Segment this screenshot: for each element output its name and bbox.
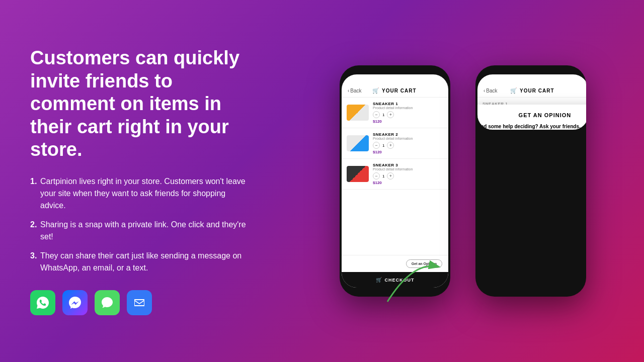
cart-item-2: SNEAKER 2 Product detail information − 1… (342, 128, 448, 159)
list-item-1: Cartpinion lives right in your store. Cu… (30, 175, 252, 212)
qty-minus-3[interactable]: − (373, 172, 380, 179)
left-panel: Customers can quickly invite friends to … (0, 27, 282, 335)
phone-1-header: ‹ Back 🛒 YOUR CART (342, 82, 448, 98)
qty-plus-1[interactable]: + (387, 111, 394, 118)
sneaker-1-img (347, 105, 369, 121)
phones-area: ‹ Back 🛒 YOUR CART SNEAKER 1 Product det… (282, 0, 644, 362)
checkout-bar-1[interactable]: 🛒 CHECKOUT (342, 272, 448, 288)
qty-num-3: 1 (382, 174, 384, 178)
app-icons-row (30, 290, 252, 315)
cart-title-1: 🛒 YOUR CART (362, 87, 427, 94)
phone-2: ‹ Back 🛒 YOUR CART SNEAKER 1 Product det… (475, 65, 586, 297)
checkout-cart-icon-1: 🛒 (376, 277, 382, 283)
whatsapp-icon[interactable] (30, 290, 55, 315)
sneaker-2-img (347, 135, 369, 151)
phone-1: ‹ Back 🛒 YOUR CART SNEAKER 1 Product det… (340, 65, 450, 297)
cart-item-1: SNEAKER 1 Product detail information − 1… (342, 98, 448, 128)
item-1-info: SNEAKER 1 Product detail information − 1… (373, 102, 443, 124)
headline: Customers can quickly invite friends to … (30, 47, 252, 161)
cart-title-2: 🛒 YOUR CART (498, 87, 567, 94)
phone-2-screen: ‹ Back 🛒 YOUR CART SNEAKER 1 Product det… (477, 74, 586, 130)
modal-header: GET AN OPINION × (477, 112, 586, 119)
qty-plus-3[interactable]: + (387, 172, 394, 179)
mail-icon[interactable] (127, 290, 152, 315)
cart-item-3: SNEAKER 3 Product detail information − 1… (342, 159, 448, 190)
messenger-icon[interactable] (62, 290, 88, 315)
qty-num-1: 1 (382, 113, 384, 117)
qty-control-2: − 1 + (373, 142, 443, 149)
qty-num-2: 1 (382, 143, 384, 148)
checkout-label-1: CHECKOUT (385, 278, 415, 283)
qty-control-1: − 1 + (373, 111, 443, 118)
modal-title: GET AN OPINION (482, 112, 586, 118)
qty-minus-1[interactable]: − (373, 111, 380, 118)
phone-notch-2 (516, 65, 546, 73)
cart-items-1: SNEAKER 1 Product detail information − 1… (342, 98, 448, 255)
qty-plus-2[interactable]: + (387, 142, 394, 149)
opinion-modal: GET AN OPINION × Need some help deciding… (477, 105, 586, 130)
cart-icon-1: 🛒 (372, 87, 380, 94)
get-opinion-button-1[interactable]: Get an Opinion (406, 259, 442, 268)
cart-icon-2: 🛒 (510, 87, 518, 94)
item-3-info: SNEAKER 3 Product detail information − 1… (373, 163, 443, 185)
back-button-1[interactable]: ‹ Back (348, 88, 362, 94)
qty-control-3: − 1 + (373, 172, 443, 179)
qty-minus-2[interactable]: − (373, 142, 380, 149)
list-item-3: They can share their cart just like send… (30, 250, 252, 274)
phone-1-footer: Get an Opinion (342, 255, 448, 272)
phone-2-header: ‹ Back 🛒 YOUR CART (477, 82, 586, 98)
phone-notch-1 (380, 65, 410, 73)
imessage-icon[interactable] (95, 290, 120, 315)
feature-list: Cartpinion lives right in your store. Cu… (30, 175, 252, 274)
list-item-2: Sharing is a snap with a private link. O… (30, 219, 252, 243)
item-2-info: SNEAKER 2 Product detail information − 1… (373, 132, 443, 154)
modal-subtitle: Need some help deciding? Ask your friend… (477, 124, 586, 129)
back-button-2[interactable]: ‹ Back (484, 88, 498, 94)
sneaker-3-img (347, 166, 369, 182)
phone-1-screen: ‹ Back 🛒 YOUR CART SNEAKER 1 Product det… (342, 74, 448, 288)
